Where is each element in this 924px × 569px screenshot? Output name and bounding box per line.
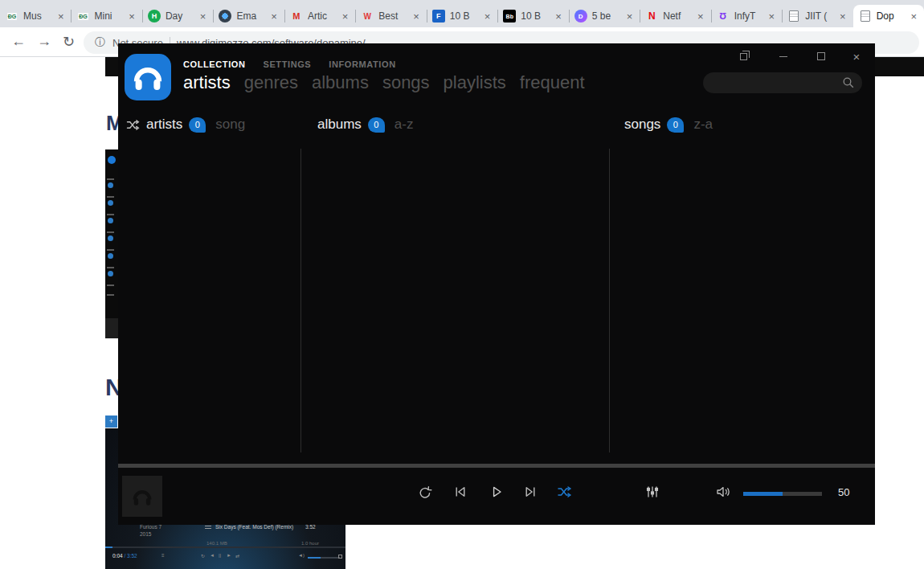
menu-settings[interactable]: SETTINGS xyxy=(264,59,312,69)
bb-favicon-icon xyxy=(503,10,516,23)
albums-column-title[interactable]: albums xyxy=(317,117,362,133)
collection-tabs: artists genres albums songs playlists fr… xyxy=(183,72,585,93)
tab-albums[interactable]: albums xyxy=(312,72,369,93)
shot-fullscreen-icon xyxy=(338,555,342,559)
browser-tab[interactable]: Best × xyxy=(355,5,426,27)
search-icon xyxy=(842,76,855,89)
page-info-icon[interactable]: ⓘ xyxy=(95,35,105,50)
tab-close-icon[interactable]: × xyxy=(56,11,66,22)
artists-column-header: artists 0 song xyxy=(126,115,245,134)
column-divider xyxy=(301,149,301,452)
browser-tab[interactable]: 10 B × xyxy=(497,5,568,27)
artists-count-badge: 0 xyxy=(189,117,206,133)
w-favicon-icon xyxy=(361,10,374,23)
songs-count-badge: 0 xyxy=(667,117,684,133)
document-favicon-icon xyxy=(859,10,872,23)
shot-shuffle-icon: ⇄ xyxy=(235,553,239,559)
volume-icon[interactable] xyxy=(716,485,732,498)
digimezzo-favicon-icon xyxy=(6,10,18,23)
browser-tab[interactable]: Artic × xyxy=(284,5,355,27)
volume-value: 50 xyxy=(838,486,849,498)
app-menu: COLLECTION SETTINGS INFORMATION xyxy=(183,59,396,69)
tab-playlists[interactable]: playlists xyxy=(444,72,506,93)
tab-close-icon[interactable]: × xyxy=(625,11,635,22)
songs-column-header: songs 0 z-a xyxy=(624,115,713,134)
browser-tab-active[interactable]: Dop × xyxy=(853,5,924,27)
browser-tab[interactable]: 5 be × xyxy=(569,5,640,27)
back-icon[interactable]: ← xyxy=(11,33,26,50)
tab-close-icon[interactable]: × xyxy=(767,11,777,22)
browser-tab[interactable]: Mini × xyxy=(71,5,141,27)
shot-next-icon: ► xyxy=(227,553,231,558)
tab-close-icon[interactable]: × xyxy=(483,11,493,22)
page-follow-button[interactable]: + xyxy=(105,415,117,428)
tab-close-icon[interactable]: × xyxy=(411,11,421,22)
tab-songs[interactable]: songs xyxy=(382,72,430,93)
albums-sort-toggle[interactable]: a-z xyxy=(395,117,414,133)
dopamine-mini-logo-icon xyxy=(108,156,116,164)
menu-collection[interactable]: COLLECTION xyxy=(183,59,246,69)
tab-close-icon[interactable]: × xyxy=(198,11,208,22)
browser-tab[interactable]: Ema × xyxy=(213,5,284,27)
dopamine-logo-icon xyxy=(125,54,171,100)
volume-slider-fill xyxy=(743,492,783,496)
shot-pause-icon: || xyxy=(219,553,221,558)
d-favicon-icon xyxy=(574,10,587,23)
netflix-favicon-icon xyxy=(645,10,658,23)
tab-close-icon[interactable]: × xyxy=(341,11,350,22)
tab-close-icon[interactable]: × xyxy=(269,11,279,22)
browser-tab[interactable]: Mus × xyxy=(0,5,71,27)
dopamine-window: × COLLECTION SETTINGS INFORMATION artist… xyxy=(118,43,875,525)
page-screenshot-strip xyxy=(105,149,119,338)
tab-close-icon[interactable]: × xyxy=(696,11,705,22)
tab-frequent[interactable]: frequent xyxy=(520,72,585,93)
shuffle-icon[interactable] xyxy=(126,119,140,131)
browser-tab[interactable]: Netf × xyxy=(640,5,710,27)
shot-progress-track xyxy=(105,546,345,548)
tab-close-icon[interactable]: × xyxy=(127,11,137,22)
songs-sort-toggle[interactable]: z-a xyxy=(693,117,713,133)
shot-queue-icon: ≡ xyxy=(161,553,165,558)
shot-track-icon xyxy=(205,526,211,530)
tab-close-icon[interactable]: × xyxy=(910,11,919,22)
previous-icon[interactable] xyxy=(454,485,467,498)
shuffle-active-icon[interactable] xyxy=(557,485,572,498)
browser-tab[interactable]: InfyT × xyxy=(711,5,782,27)
browser-tab[interactable]: Day × xyxy=(142,5,213,27)
search-input[interactable] xyxy=(703,72,862,93)
shot-volume-icon: ◄) xyxy=(298,553,305,558)
app-favicon-icon xyxy=(219,10,231,23)
shot-year: 2015 xyxy=(140,531,151,537)
tab-artists[interactable]: artists xyxy=(183,72,231,93)
close-icon[interactable]: × xyxy=(846,50,867,63)
digimezzo-favicon-icon xyxy=(76,10,89,23)
tab-close-icon[interactable]: × xyxy=(554,11,563,22)
loop-icon[interactable] xyxy=(418,485,432,500)
songs-column-title[interactable]: songs xyxy=(624,117,660,133)
shot-time: 0:04 / 3:52 xyxy=(112,553,137,559)
tab-genres[interactable]: genres xyxy=(244,72,298,93)
artists-sort-toggle[interactable]: song xyxy=(215,117,245,133)
reload-icon[interactable]: ↻ xyxy=(63,33,75,51)
browser-tab[interactable]: 10 B × xyxy=(427,5,497,27)
maximize-icon[interactable] xyxy=(811,50,832,63)
shot-album: Furious 7 xyxy=(140,524,161,530)
forward-icon[interactable]: → xyxy=(37,33,51,50)
minimize-icon[interactable] xyxy=(773,50,794,63)
next-icon[interactable] xyxy=(524,485,537,498)
gmail-favicon-icon xyxy=(290,10,303,23)
shot-size: 140.1 MB xyxy=(206,541,227,546)
shot-loop-icon: ↻ xyxy=(201,553,205,559)
equalizer-icon[interactable] xyxy=(645,485,660,498)
album-art-placeholder xyxy=(122,476,162,517)
artists-column-title[interactable]: artists xyxy=(146,117,182,133)
shot-track-title: Six Days (Feat. Mos Def) (Remix) xyxy=(215,524,293,530)
menu-information[interactable]: INFORMATION xyxy=(329,59,395,69)
tab-close-icon[interactable]: × xyxy=(838,11,848,22)
play-icon[interactable] xyxy=(490,485,503,498)
f-favicon-icon xyxy=(432,10,445,23)
shot-track-duration: 3:52 xyxy=(305,524,316,530)
mini-player-icon[interactable] xyxy=(733,50,754,63)
albums-column-header: albums 0 a-z xyxy=(317,115,413,134)
browser-tab[interactable]: JIIT ( × xyxy=(782,5,852,27)
